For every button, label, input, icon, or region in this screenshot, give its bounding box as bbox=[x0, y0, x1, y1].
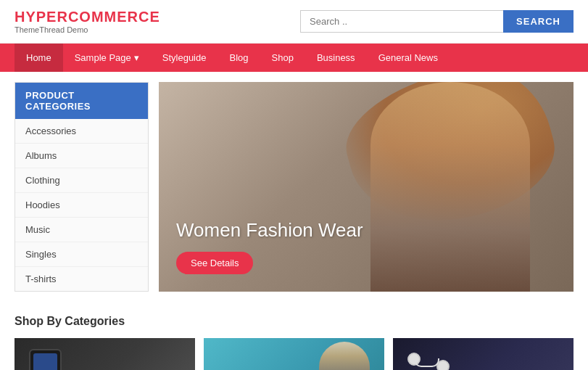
nav-item-business[interactable]: Business bbox=[305, 44, 367, 72]
logo-subtitle: ThemeThread Demo bbox=[15, 25, 160, 34]
shop-section: Shop By Categories f Accessories Clothin… bbox=[0, 302, 588, 370]
nav-label-business: Business bbox=[317, 52, 355, 63]
nav-item-shop[interactable]: Shop bbox=[260, 44, 305, 72]
logo-title: HYPERCOMMERCE bbox=[15, 9, 160, 25]
facebook-icon: f bbox=[43, 367, 48, 371]
nav-item-styleguide[interactable]: Styleguide bbox=[151, 44, 218, 72]
logo: HYPERCOMMERCE ThemeThread Demo bbox=[15, 9, 160, 34]
sidebar-item-singles[interactable]: Singles bbox=[15, 242, 148, 267]
sidebar-header: PRODUCT CATEGORIES bbox=[15, 83, 148, 119]
phone-decoration: f bbox=[29, 349, 62, 370]
category-card-accessories[interactable]: f Accessories bbox=[15, 338, 195, 370]
category-card-clothing[interactable]: Clothing bbox=[204, 338, 384, 370]
nav-label-home: Home bbox=[26, 52, 51, 63]
hero-decoration-person bbox=[370, 82, 530, 292]
nav-item-home[interactable]: Home bbox=[15, 44, 63, 72]
sidebar-item-hoodies[interactable]: Hoodies bbox=[15, 193, 148, 218]
hero-banner: Women Fashion Wear See Details bbox=[159, 82, 573, 292]
nav-item-general-news[interactable]: General News bbox=[367, 44, 450, 72]
nav-label-general-news: General News bbox=[378, 52, 438, 63]
category-cards: f Accessories Clothing bbox=[15, 338, 573, 370]
hero-title: Women Fashion Wear bbox=[176, 219, 363, 242]
sidebar: PRODUCT CATEGORIES Accessories Albums Cl… bbox=[15, 82, 149, 292]
sidebar-item-music[interactable]: Music bbox=[15, 218, 148, 242]
sidebar-item-accessories[interactable]: Accessories bbox=[15, 119, 148, 144]
nav-label-blog: Blog bbox=[229, 52, 248, 63]
main-content: PRODUCT CATEGORIES Accessories Albums Cl… bbox=[0, 72, 588, 302]
nav-label-sample: Sample Page bbox=[75, 52, 131, 63]
search-area: SEARCH bbox=[300, 10, 573, 33]
nav-item-sample[interactable]: Sample Page ▾ bbox=[63, 44, 151, 72]
hero-text-block: Women Fashion Wear See Details bbox=[159, 205, 381, 292]
search-button[interactable]: SEARCH bbox=[503, 10, 573, 33]
shop-section-title: Shop By Categories bbox=[15, 315, 573, 328]
earphone-cord-decoration bbox=[414, 358, 439, 367]
sidebar-item-tshirts[interactable]: T-shirts bbox=[15, 267, 148, 291]
main-nav: Home Sample Page ▾ Styleguide Blog Shop … bbox=[0, 44, 588, 72]
chevron-down-icon: ▾ bbox=[134, 52, 139, 63]
hero-cta-button[interactable]: See Details bbox=[176, 252, 253, 274]
sidebar-item-albums[interactable]: Albums bbox=[15, 144, 148, 168]
clothing-person-decoration bbox=[319, 342, 370, 370]
nav-label-styleguide: Styleguide bbox=[162, 52, 207, 63]
sidebar-item-clothing[interactable]: Clothing bbox=[15, 168, 148, 193]
category-card-music[interactable]: Music bbox=[393, 338, 573, 370]
page-header: HYPERCOMMERCE ThemeThread Demo SEARCH bbox=[0, 0, 588, 44]
search-input[interactable] bbox=[300, 10, 503, 33]
nav-label-shop: Shop bbox=[272, 52, 294, 63]
nav-item-blog[interactable]: Blog bbox=[218, 44, 260, 72]
